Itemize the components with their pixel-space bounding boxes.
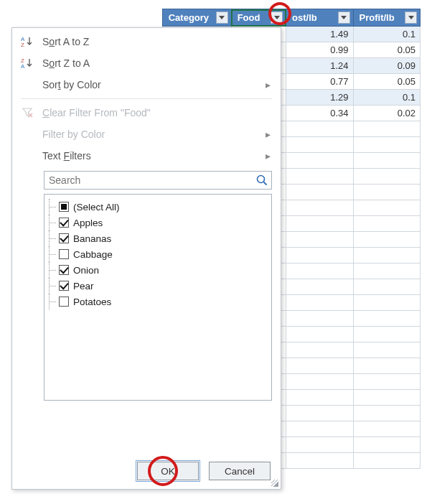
cell-profit[interactable] (353, 342, 420, 358)
checkbox-icon[interactable] (59, 249, 69, 259)
checkbox-icon[interactable] (59, 233, 69, 243)
cell-profit[interactable] (353, 263, 420, 279)
cell-cost[interactable] (286, 137, 353, 153)
filter-dropdown-icon[interactable] (405, 11, 417, 24)
filter-dropdown-icon[interactable] (338, 11, 350, 24)
cell-cost[interactable]: 0.77 (286, 74, 353, 90)
checkbox-icon[interactable] (59, 281, 69, 291)
cell-cost[interactable] (286, 453, 353, 469)
filter-values-tree[interactable]: (Select All)ApplesBananasCabbageOnionPea… (44, 194, 272, 401)
cell-cost[interactable] (286, 358, 353, 374)
cell-profit[interactable]: 0.1 (353, 27, 420, 42)
cell-cost[interactable] (286, 279, 353, 295)
header-food[interactable]: Food (231, 9, 286, 27)
cell-profit[interactable] (353, 185, 420, 200)
cell-cost[interactable] (286, 406, 353, 421)
filter-tree-item[interactable]: Bananas (49, 230, 267, 246)
cell-cost[interactable] (286, 200, 353, 216)
header-cost[interactable]: ost/lb (286, 9, 353, 27)
cell-cost[interactable]: 0.34 (286, 106, 353, 121)
cell-profit[interactable]: 0.1 (353, 90, 420, 106)
checkbox-icon[interactable] (59, 218, 69, 228)
svg-marker-0 (219, 16, 225, 19)
cell-profit[interactable]: 0.05 (353, 42, 420, 58)
cell-cost[interactable]: 1.29 (286, 90, 353, 106)
sort-descending-icon: Z A (19, 55, 35, 71)
cell-profit[interactable] (353, 153, 420, 169)
checkbox-icon[interactable] (59, 202, 69, 212)
cell-profit[interactable] (353, 327, 420, 342)
filter-tree-item-label: Onion (73, 265, 99, 276)
filter-tree-item[interactable]: Cabbage (49, 246, 267, 262)
filter-tree-item-label: Cabbage (73, 249, 113, 260)
cell-cost[interactable] (286, 263, 353, 279)
cell-profit[interactable] (353, 421, 420, 437)
cell-profit[interactable] (353, 358, 420, 374)
cell-cost[interactable] (286, 121, 353, 137)
filter-tree-item-label: Potatoes (73, 297, 111, 307)
cell-cost[interactable]: 0.99 (286, 42, 353, 58)
cell-cost[interactable] (286, 153, 353, 169)
cell-cost[interactable] (286, 311, 353, 327)
sort-by-color[interactable]: Sort by Color ▸ (12, 74, 281, 95)
resize-grip-icon[interactable] (271, 480, 278, 487)
svg-point-8 (258, 176, 265, 183)
cell-cost[interactable] (286, 295, 353, 311)
filter-tree-item[interactable]: (Select All) (49, 199, 267, 215)
header-category[interactable]: Category (162, 9, 231, 27)
cell-profit[interactable]: 0.02 (353, 106, 420, 121)
cell-cost[interactable] (286, 374, 353, 390)
sort-az[interactable]: A Z Sort A to Z (12, 31, 281, 52)
cell-profit[interactable] (353, 121, 420, 137)
cell-profit[interactable] (353, 374, 420, 390)
cell-cost[interactable]: 1.24 (286, 58, 353, 74)
cell-cost[interactable] (286, 390, 353, 406)
cell-profit[interactable] (353, 248, 420, 263)
ok-button[interactable]: OK (137, 462, 199, 480)
search-icon (255, 174, 268, 189)
search-input[interactable] (44, 171, 272, 190)
header-profit[interactable]: Profit/lb (353, 9, 420, 27)
filter-tree-item[interactable]: Onion (49, 262, 267, 278)
cell-cost[interactable] (286, 185, 353, 200)
sort-za[interactable]: Z A Sort Z to A (12, 52, 281, 74)
svg-marker-1 (274, 16, 280, 19)
filter-dropdown-icon[interactable] (271, 11, 283, 24)
cell-profit[interactable] (353, 453, 420, 469)
cell-profit[interactable] (353, 437, 420, 453)
cell-profit[interactable]: 0.09 (353, 58, 420, 74)
cell-profit[interactable] (353, 295, 420, 311)
text-filters[interactable]: Text Filters ▸ (12, 145, 281, 167)
filter-tree-item-label: Apples (73, 218, 103, 228)
cell-profit[interactable] (353, 232, 420, 248)
cell-cost[interactable] (286, 248, 353, 263)
cell-cost[interactable] (286, 216, 353, 232)
clear-filter-icon (19, 105, 35, 121)
cell-profit[interactable]: 0.05 (353, 74, 420, 90)
filter-tree-item[interactable]: Pear (49, 278, 267, 294)
cancel-button[interactable]: Cancel (209, 462, 271, 480)
cell-profit[interactable] (353, 390, 420, 406)
header-cost-label: ost/lb (292, 12, 317, 23)
checkbox-icon[interactable] (59, 265, 69, 275)
checkbox-icon[interactable] (59, 297, 69, 307)
cell-profit[interactable] (353, 200, 420, 216)
cell-cost[interactable] (286, 169, 353, 185)
cell-profit[interactable] (353, 311, 420, 327)
cell-cost[interactable] (286, 327, 353, 342)
cell-profit[interactable] (353, 216, 420, 232)
cell-cost[interactable] (286, 232, 353, 248)
submenu-arrow-icon: ▸ (266, 129, 271, 140)
filter-tree-item[interactable]: Potatoes (49, 294, 267, 309)
cell-cost[interactable]: 1.49 (286, 27, 353, 42)
clear-filter: Clear Filter From "Food" (12, 102, 281, 123)
cell-cost[interactable] (286, 437, 353, 453)
cell-profit[interactable] (353, 137, 420, 153)
cell-cost[interactable] (286, 342, 353, 358)
cell-cost[interactable] (286, 421, 353, 437)
cell-profit[interactable] (353, 406, 420, 421)
cell-profit[interactable] (353, 279, 420, 295)
cell-profit[interactable] (353, 169, 420, 185)
filter-tree-item[interactable]: Apples (49, 215, 267, 230)
filter-dropdown-icon[interactable] (216, 11, 228, 24)
